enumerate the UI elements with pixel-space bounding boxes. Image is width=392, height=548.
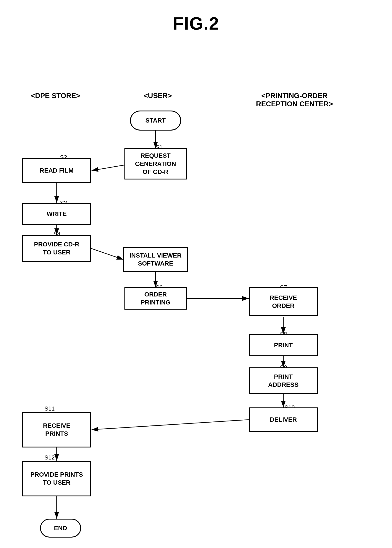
col-header-printcenter: <PRINTING-ORDER RECEPTION CENTER> <box>245 92 344 108</box>
step-s8: PRINT <box>249 334 318 356</box>
step-s10: DELIVER <box>249 407 318 432</box>
step-s7: RECEIVE ORDER <box>249 287 318 316</box>
step-s4: PROVIDE CD-R TO USER <box>22 235 91 262</box>
col-header-user: <USER> <box>120 92 196 100</box>
col-header-dpe: <DPE STORE> <box>13 92 98 100</box>
step-s5: INSTALL VIEWER SOFTWARE <box>123 247 188 272</box>
step-s9: PRINT ADDRESS <box>249 367 318 394</box>
step-s11-label: S11 <box>44 405 55 412</box>
end-oval: END <box>40 519 81 538</box>
svg-line-5 <box>91 249 123 260</box>
step-s6: ORDER PRINTING <box>125 287 187 310</box>
step-s11: RECEIVE PRINTS <box>22 412 91 448</box>
svg-line-2 <box>91 165 125 171</box>
step-s2: READ FILM <box>22 158 91 183</box>
step-s12-label: S12 <box>44 454 55 461</box>
step-s1: REQUEST GENERATION OF CD-R <box>125 148 187 179</box>
start-oval: START <box>130 111 181 131</box>
svg-line-11 <box>91 420 249 430</box>
step-s3: WRITE <box>22 203 91 225</box>
step-s12: PROVIDE PRINTS TO USER <box>22 461 91 496</box>
page-title: FIG.2 <box>0 0 392 47</box>
